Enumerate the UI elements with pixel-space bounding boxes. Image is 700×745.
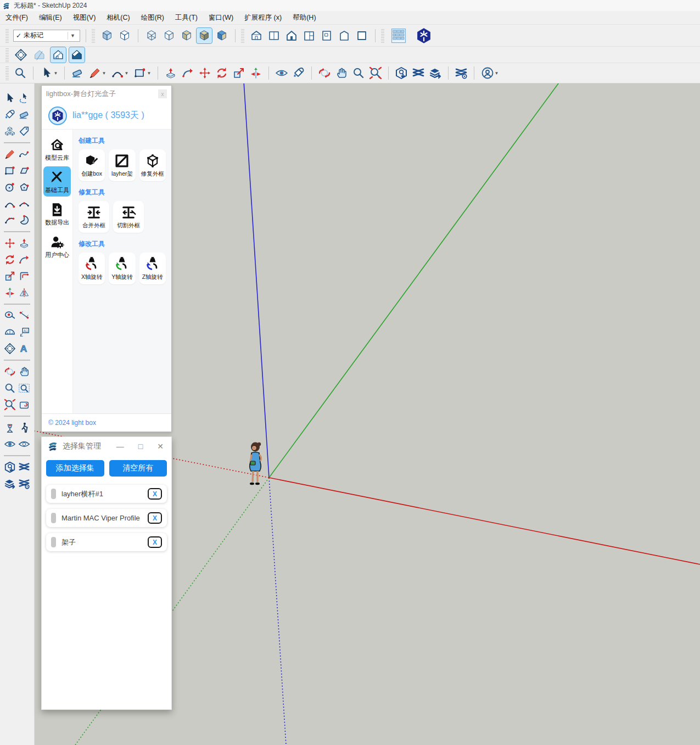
drag-handle[interactable] xyxy=(51,489,56,499)
dimension-icon[interactable] xyxy=(17,307,31,324)
tag-icon[interactable] xyxy=(17,123,31,139)
scale-icon[interactable] xyxy=(231,65,247,81)
tool-修复外框[interactable]: 修复外框 xyxy=(139,149,166,181)
tape-measure-icon[interactable] xyxy=(3,307,17,324)
tool-合并外框[interactable]: 合并外框 xyxy=(79,201,109,233)
menu-item[interactable]: 窗口(W) xyxy=(203,11,239,25)
zoom-extents-icon[interactable] xyxy=(3,396,17,413)
toolbar-grip[interactable] xyxy=(5,48,9,62)
rotated-rect-icon[interactable] xyxy=(17,163,31,179)
minimize-button[interactable]: — xyxy=(116,442,124,451)
backedges-cube-icon[interactable] xyxy=(117,28,132,43)
paint-bucket-icon[interactable] xyxy=(3,107,17,123)
plugin-layers-export-icon[interactable] xyxy=(428,65,443,81)
textured-cube-icon[interactable] xyxy=(197,28,212,43)
selection-set-row[interactable]: Martin MAC Viper ProfileX xyxy=(46,509,167,527)
move-icon[interactable] xyxy=(3,235,17,251)
panel-titlebar[interactable]: lightbox-舞台灯光盒子 x xyxy=(42,86,171,102)
view-back-icon[interactable] xyxy=(319,28,334,43)
scale-icon[interactable] xyxy=(3,268,17,284)
pushpull-icon[interactable] xyxy=(17,235,31,251)
xray-cube-icon[interactable] xyxy=(99,28,115,43)
menu-item[interactable]: 编辑(E) xyxy=(33,11,68,25)
circle-icon[interactable] xyxy=(3,179,17,195)
clear-all-button[interactable]: 清空所有 xyxy=(109,460,167,477)
menu-item[interactable]: 相机(C) xyxy=(101,11,135,25)
view-top-icon[interactable] xyxy=(266,28,282,43)
sidebar-item-basic-tools[interactable]: 基础工具 xyxy=(43,166,71,197)
menu-item[interactable]: 扩展程序 (x) xyxy=(239,11,287,25)
tag-filter-dropdown[interactable]: ✓ 未标记 ▼ xyxy=(13,30,80,42)
axes-compass-icon[interactable] xyxy=(13,47,29,63)
zoom-icon[interactable] xyxy=(351,65,366,81)
monochrome-cube-icon[interactable] xyxy=(214,28,229,43)
move-icon[interactable] xyxy=(197,65,212,81)
view-right-icon[interactable] xyxy=(301,28,317,43)
arc-icon[interactable] xyxy=(3,195,17,212)
eraser-icon[interactable] xyxy=(70,65,85,81)
chevron-down-icon[interactable]: ▼ xyxy=(102,71,107,76)
offset-icon[interactable] xyxy=(17,268,31,284)
pushpull-icon[interactable] xyxy=(163,65,178,81)
add-selection-set-button[interactable]: 添加选择集 xyxy=(46,460,104,477)
axes-compass-icon[interactable] xyxy=(3,340,17,357)
panel-close-button[interactable]: x xyxy=(158,89,167,98)
menu-item[interactable]: 工具(T) xyxy=(170,11,203,25)
chevron-down-icon[interactable]: ▼ xyxy=(54,71,58,76)
rect-icon[interactable]: ▼ xyxy=(132,65,153,81)
user-name[interactable]: lia**gge ( 3593天 ) xyxy=(72,110,144,121)
toolbar-grip[interactable] xyxy=(92,29,95,43)
chevron-down-icon[interactable]: ▼ xyxy=(125,71,129,76)
two-point-arc-icon[interactable] xyxy=(17,195,31,212)
followme-icon[interactable] xyxy=(17,251,31,268)
flip-icon[interactable] xyxy=(3,284,17,301)
followme-icon[interactable] xyxy=(180,65,195,81)
selection-set-row[interactable]: 架子X xyxy=(46,533,167,551)
chevron-down-icon[interactable]: ▼ xyxy=(147,71,152,76)
chevron-down-icon[interactable]: ▼ xyxy=(495,71,499,76)
tool-Y轴旋转[interactable]: Y轴旋转 xyxy=(109,253,135,284)
tool-layher架[interactable]: layher架 xyxy=(109,149,135,181)
orbit-icon[interactable] xyxy=(3,363,17,380)
orbit-icon[interactable] xyxy=(317,65,332,81)
cursor-icon[interactable]: ▼ xyxy=(38,65,59,81)
selection-set-row[interactable]: layher横杆#1X xyxy=(46,485,167,503)
shaded-cube-icon[interactable] xyxy=(179,28,194,43)
look-around-icon[interactable] xyxy=(3,436,17,452)
mirror-icon[interactable] xyxy=(17,284,31,301)
paint-bucket-icon[interactable] xyxy=(291,65,306,81)
toolbar-grip[interactable] xyxy=(381,29,384,43)
toolbar-grip[interactable] xyxy=(241,29,244,43)
person-figure[interactable] xyxy=(243,441,267,489)
menu-item[interactable]: 文件(F) xyxy=(0,11,33,25)
freehand-icon[interactable] xyxy=(17,146,31,163)
zoom-window-icon[interactable] xyxy=(17,380,31,396)
xray-house-icon[interactable] xyxy=(32,47,47,63)
user-account-icon[interactable]: ▼ xyxy=(479,65,500,81)
text-3d-icon[interactable]: A xyxy=(17,340,31,357)
rotate-icon[interactable] xyxy=(214,65,229,81)
chevron-down-icon[interactable]: ▼ xyxy=(68,32,77,40)
view-front-icon[interactable] xyxy=(284,28,299,43)
view-left-icon[interactable] xyxy=(337,28,352,43)
wireframe-cube-icon[interactable] xyxy=(144,28,159,43)
flip-icon[interactable] xyxy=(248,65,264,81)
three-point-arc-icon[interactable] xyxy=(3,212,17,228)
drag-handle[interactable] xyxy=(51,537,56,547)
remove-set-button[interactable]: X xyxy=(148,512,162,524)
tool-切割外框[interactable]: 切割外框 xyxy=(113,201,144,233)
plugin-truss-gear-icon[interactable] xyxy=(453,65,469,81)
pencil-icon[interactable]: ▼ xyxy=(87,65,108,81)
section-display-house-icon[interactable] xyxy=(51,47,66,63)
protractor-icon[interactable] xyxy=(3,324,17,340)
toolbar-grip[interactable] xyxy=(5,29,9,43)
pan-icon[interactable] xyxy=(17,363,31,380)
zoom-extents-icon[interactable] xyxy=(368,65,383,81)
arc-icon[interactable]: ▼ xyxy=(109,65,130,81)
polygon-icon[interactable] xyxy=(17,179,31,195)
close-icon[interactable]: ✕ xyxy=(157,442,164,451)
plugin-hex-download-icon[interactable] xyxy=(3,459,17,475)
menu-item[interactable]: 绘图(R) xyxy=(136,11,170,25)
walk-icon[interactable] xyxy=(17,419,31,436)
components-icon[interactable] xyxy=(3,123,17,139)
